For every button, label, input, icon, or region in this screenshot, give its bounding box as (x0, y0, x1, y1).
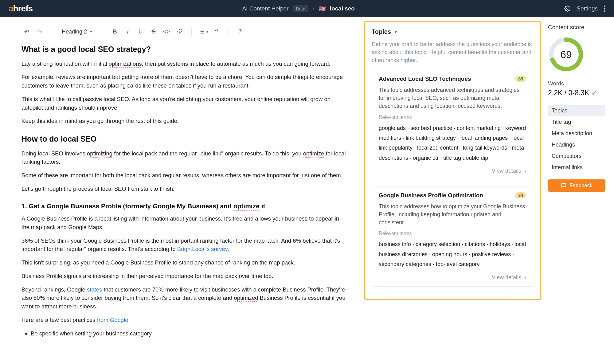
heading-label: Heading 2 (62, 29, 87, 35)
caret-down-icon: ▼ (394, 30, 397, 34)
breadcrumb-separator: / (313, 5, 314, 12)
topic-description: This topic addresses how to optimize you… (379, 202, 526, 226)
topbar-right: Settings (564, 5, 605, 12)
topics-help-text: Refine your draft to better address the … (372, 40, 533, 64)
logo-a: a (9, 4, 13, 13)
topic-description: This topic addresses advanced techniques… (379, 86, 526, 110)
logo[interactable]: ahrefs (9, 4, 33, 14)
topics-header[interactable]: Topics ▼ (372, 28, 533, 35)
undo-button[interactable]: ↶ (22, 26, 32, 37)
caret-down-icon: ▼ (89, 30, 93, 33)
view-details-link[interactable]: View details› (379, 168, 526, 174)
breadcrumb-app[interactable]: AI Content Helper (242, 5, 288, 12)
side-tab-competitors[interactable]: Competitors (548, 151, 605, 162)
brightlocal-link[interactable]: BrightLocal's survey (177, 246, 228, 252)
gear-icon[interactable] (564, 6, 570, 12)
topics-panel: Topics ▼ Refine your draft to better add… (364, 21, 541, 300)
svg-point-0 (567, 8, 568, 10)
editor-content[interactable]: What is a good local SEO strategy? Lay a… (22, 44, 348, 338)
score-ring: 69 (548, 36, 584, 72)
underline-button[interactable]: U (135, 26, 146, 37)
redo-button[interactable]: ↷ (34, 26, 45, 37)
topic-score-badge: 65 (515, 76, 526, 82)
more-menu-icon[interactable] (604, 6, 605, 12)
side-tab-headings[interactable]: Headings (548, 139, 605, 151)
side-tab-topics[interactable]: Topics (548, 105, 605, 116)
topic-terms: google ads · seo best practice · content… (379, 123, 526, 163)
beta-badge: Beta (293, 5, 308, 12)
topic-title: Advanced Local SEO Techniques (379, 76, 471, 82)
topic-title: Google Business Profile Optimization (379, 192, 483, 199)
score-panel: Content score 69 Words 2.2K / 0-8.3K ✓ T… (545, 17, 614, 352)
strikethrough-button[interactable]: S (148, 26, 159, 37)
heading-strategy: What is a good local SEO strategy? (22, 44, 348, 55)
relevant-terms-label: Relevant terms (379, 231, 526, 236)
list-item: Be specific when setting your business c… (31, 329, 348, 338)
side-tab-internal-links[interactable]: Internal links (548, 162, 605, 173)
link-button[interactable] (174, 26, 185, 37)
chevron-right-icon: › (524, 274, 526, 281)
heading-gbp: 1. Get a Google Business Profile (former… (22, 201, 348, 211)
topbar: ahrefs AI Content Helper Beta / 🇺🇸 local… (0, 0, 614, 17)
topic-terms: business info · category selection · cit… (379, 239, 526, 269)
list-button[interactable]: ▼ (198, 26, 209, 37)
flag-icon: 🇺🇸 (319, 5, 326, 12)
quote-button[interactable]: “ (211, 26, 222, 37)
editor-toolbar: ↶ ↷ Heading 2 ▼ B I U S <> ▼ “ Tx (22, 23, 348, 44)
bold-button[interactable]: B (110, 26, 120, 37)
chevron-right-icon: › (524, 168, 526, 174)
breadcrumb: AI Content Helper Beta / 🇺🇸 local seo (33, 5, 564, 12)
view-details-link[interactable]: View details› (379, 274, 526, 281)
check-icon: ✓ (592, 89, 597, 97)
from-google-link[interactable]: from Google (97, 317, 128, 323)
relevant-terms-label: Relevant terms (379, 115, 526, 120)
score-value: 69 (548, 36, 584, 72)
topic-card[interactable]: Google Business Profile Optimization 34 … (372, 186, 533, 286)
feedback-label: Feedback (569, 182, 592, 189)
italic-button[interactable]: I (123, 26, 133, 37)
logo-rest: hrefs (13, 4, 33, 13)
settings-link[interactable]: Settings (577, 5, 598, 12)
breadcrumb-current[interactable]: local seo (330, 5, 355, 12)
side-tab-title-tag[interactable]: Title tag (548, 116, 605, 128)
content-score-label: Content score (548, 24, 605, 31)
states-link[interactable]: states (87, 286, 102, 293)
words-label: Words (548, 80, 605, 87)
side-tabs: TopicsTitle tagMeta descriptionHeadingsC… (548, 105, 605, 173)
clear-format-button[interactable]: Tx (236, 26, 246, 37)
topic-score-badge: 34 (515, 192, 526, 198)
words-value: 2.2K / 0-8.3K ✓ (548, 89, 605, 97)
side-tab-meta-description[interactable]: Meta description (548, 128, 605, 139)
heading-dropdown[interactable]: Heading 2 ▼ (59, 29, 96, 35)
feedback-button[interactable]: Feedback (548, 179, 605, 192)
code-button[interactable]: <> (161, 26, 172, 37)
topic-card[interactable]: Advanced Local SEO Techniques 65 This to… (372, 70, 533, 180)
heading-howto: How to do local SEO (22, 133, 348, 145)
